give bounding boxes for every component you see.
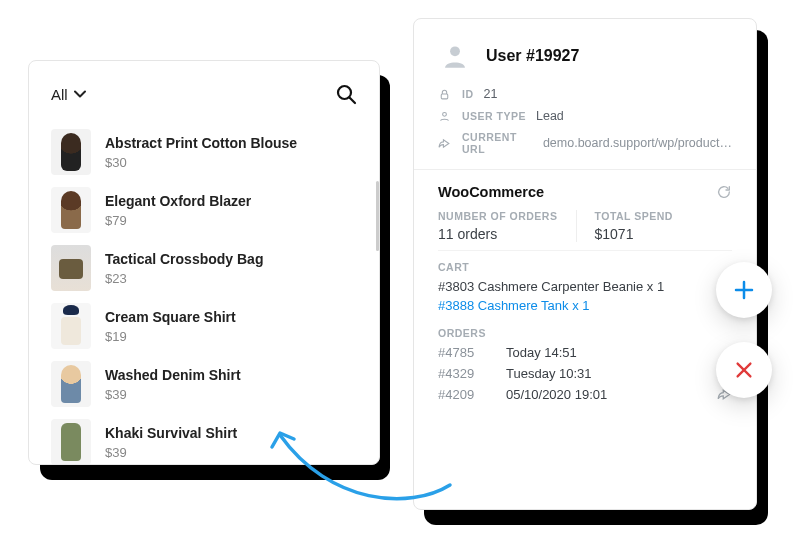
woocommerce-section: WooCommerce NUMBER OF ORDERS 11 orders T…: [414, 170, 756, 251]
stat-value: $1071: [595, 226, 733, 242]
meta-label: USER TYPE: [462, 110, 526, 122]
chevron-down-icon: [74, 90, 86, 98]
meta-value: 21: [484, 87, 498, 101]
order-id: #4209: [438, 387, 488, 402]
stats-row: NUMBER OF ORDERS 11 orders TOTAL SPEND $…: [438, 210, 732, 251]
order-date: Today 14:51: [506, 345, 732, 360]
user-title: User #19927: [486, 47, 579, 65]
meta-row-url: CURRENT URL demo.board.support/wp/produc…: [438, 131, 732, 155]
product-info: Khaki Survival Shirt $39: [105, 424, 237, 459]
fab-add-button[interactable]: [716, 262, 772, 318]
list-item[interactable]: Tactical Crossbody Bag $23: [51, 241, 357, 295]
list-item[interactable]: Elegant Oxford Blazer $79: [51, 183, 357, 237]
fab-close-button[interactable]: [716, 342, 772, 398]
stat-spend: TOTAL SPEND $1071: [576, 210, 733, 242]
lock-icon: [438, 88, 452, 101]
orders-section: ORDERS #4785 Today 14:51 #4329 Tuesday 1…: [414, 317, 756, 416]
product-price: $23: [105, 271, 263, 286]
stat-orders: NUMBER OF ORDERS 11 orders: [438, 210, 576, 242]
orders-label: ORDERS: [438, 327, 732, 339]
cart-section: CART #3803 Cashmere Carpenter Beanie x 1…: [414, 251, 756, 317]
product-price: $39: [105, 387, 241, 402]
product-thumbnail: [51, 303, 91, 349]
scrollbar[interactable]: [376, 181, 379, 251]
list-item[interactable]: Abstract Print Cotton Blouse $30: [51, 125, 357, 179]
person-icon: [438, 110, 452, 123]
close-icon: [733, 359, 755, 381]
svg-line-1: [350, 98, 356, 104]
product-info: Abstract Print Cotton Blouse $30: [105, 134, 297, 169]
product-thumbnail: [51, 361, 91, 407]
cart-item: #3803 Cashmere Carpenter Beanie x 1: [438, 279, 732, 294]
share-icon: [438, 137, 452, 150]
user-panel: User #19927 ID 21 USER TYPE Lead CURRENT…: [413, 18, 757, 510]
product-list: Abstract Print Cotton Blouse $30 Elegant…: [51, 125, 357, 465]
order-id: #4329: [438, 366, 488, 381]
product-thumbnail: [51, 419, 91, 465]
search-button[interactable]: [335, 83, 357, 105]
product-info: Washed Denim Shirt $39: [105, 366, 241, 401]
plus-icon: [732, 278, 756, 302]
product-panel-header: All: [51, 83, 357, 105]
order-row[interactable]: #4209 05/10/2020 19:01: [438, 387, 732, 402]
refresh-button[interactable]: [716, 184, 732, 200]
cart-label: CART: [438, 261, 732, 273]
order-date: 05/10/2020 19:01: [506, 387, 699, 402]
product-name: Washed Denim Shirt: [105, 366, 241, 384]
product-panel: All Abstract Print Cotton Blouse $30 Ele…: [28, 60, 380, 465]
svg-point-2: [450, 46, 460, 56]
section-title: WooCommerce: [438, 184, 544, 200]
orders-list: #4785 Today 14:51 #4329 Tuesday 10:31 #4…: [438, 345, 732, 416]
product-price: $79: [105, 213, 251, 228]
order-id: #4785: [438, 345, 488, 360]
filter-dropdown[interactable]: All: [51, 86, 86, 103]
stat-label: NUMBER OF ORDERS: [438, 210, 576, 222]
order-row[interactable]: #4329 Tuesday 10:31: [438, 366, 732, 381]
avatar: [438, 39, 472, 73]
product-price: $30: [105, 155, 297, 170]
order-row[interactable]: #4785 Today 14:51: [438, 345, 732, 360]
product-price: $19: [105, 329, 236, 344]
cart-item-link[interactable]: #3888 Cashmere Tank x 1: [438, 298, 732, 313]
search-icon: [335, 83, 357, 105]
meta-label: ID: [462, 88, 474, 100]
stat-label: TOTAL SPEND: [595, 210, 733, 222]
product-name: Elegant Oxford Blazer: [105, 192, 251, 210]
product-thumbnail: [51, 245, 91, 291]
product-info: Tactical Crossbody Bag $23: [105, 250, 263, 285]
product-price: $39: [105, 445, 237, 460]
section-header: WooCommerce: [438, 184, 732, 200]
product-name: Khaki Survival Shirt: [105, 424, 237, 442]
svg-point-4: [443, 112, 447, 116]
list-item[interactable]: Khaki Survival Shirt $39: [51, 415, 357, 465]
product-info: Elegant Oxford Blazer $79: [105, 192, 251, 227]
stat-value: 11 orders: [438, 226, 576, 242]
product-name: Tactical Crossbody Bag: [105, 250, 263, 268]
user-header: User #19927: [414, 19, 756, 83]
product-thumbnail: [51, 187, 91, 233]
order-date: Tuesday 10:31: [506, 366, 699, 381]
product-thumbnail: [51, 129, 91, 175]
user-meta: ID 21 USER TYPE Lead CURRENT URL demo.bo…: [414, 83, 756, 170]
meta-value[interactable]: demo.board.support/wp/product/cash...: [543, 136, 732, 150]
filter-label: All: [51, 86, 68, 103]
meta-value: Lead: [536, 109, 564, 123]
list-item[interactable]: Washed Denim Shirt $39: [51, 357, 357, 411]
refresh-icon: [716, 184, 732, 200]
meta-row-type: USER TYPE Lead: [438, 109, 732, 123]
svg-rect-3: [441, 93, 448, 98]
meta-label: CURRENT URL: [462, 131, 533, 155]
user-icon: [441, 42, 469, 70]
list-item[interactable]: Cream Square Shirt $19: [51, 299, 357, 353]
meta-row-id: ID 21: [438, 87, 732, 101]
product-info: Cream Square Shirt $19: [105, 308, 236, 343]
product-name: Cream Square Shirt: [105, 308, 236, 326]
product-name: Abstract Print Cotton Blouse: [105, 134, 297, 152]
